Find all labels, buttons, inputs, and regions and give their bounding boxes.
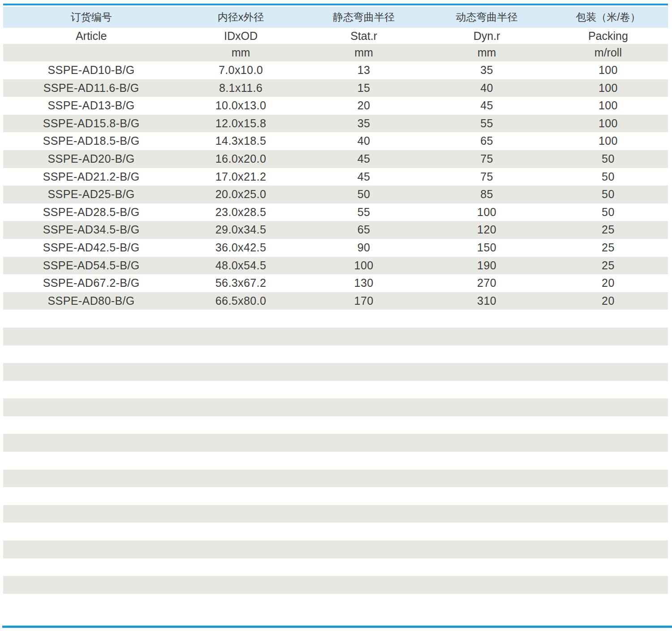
- cell-idxod: 14.3x18.5: [179, 132, 302, 150]
- cell-stat_r: 15: [302, 79, 426, 97]
- cell-dyn_r: 75: [425, 168, 548, 186]
- table-header-row-en: ArticleIDxODStat.rDyn.rPacking: [3, 28, 668, 44]
- cell-dyn_r: 40: [425, 79, 548, 97]
- cell-dyn_r: 85: [425, 186, 548, 203]
- cell-idxod: 36.0x42.5: [179, 239, 302, 257]
- cell-article: SSPE-AD54.5-B/G: [3, 257, 179, 275]
- cell-packing: 100: [548, 132, 668, 150]
- cell-article: SSPE-AD11.6-B/G: [3, 79, 179, 97]
- cell-stat_r: 50: [302, 186, 426, 203]
- empty-row: [3, 452, 668, 470]
- cell-article: SSPE-AD18.5-B/G: [3, 132, 179, 150]
- empty-row: [3, 505, 668, 523]
- cell-idxod: 29.0x34.5: [179, 221, 302, 239]
- header-article-en: Article: [3, 28, 179, 44]
- cell-idxod: 66.5x80.0: [179, 292, 302, 310]
- cell-idxod: 56.3x67.2: [179, 274, 302, 292]
- empty-row: [3, 558, 668, 576]
- header-article-zh: 订货编号: [3, 7, 179, 28]
- empty-row: [3, 487, 668, 505]
- cell-stat_r: 45: [302, 168, 426, 186]
- empty-row: [3, 398, 668, 416]
- table-row: SSPE-AD15.8-B/G12.0x15.83555100: [3, 115, 668, 133]
- cell-article: SSPE-AD67.2-B/G: [3, 274, 179, 292]
- cell-article: SSPE-AD25-B/G: [3, 186, 179, 203]
- cell-idxod: 7.0x10.0: [179, 61, 302, 79]
- cell-dyn_r: 45: [425, 97, 548, 115]
- cell-article: SSPE-AD10-B/G: [3, 61, 179, 79]
- cell-idxod: 48.0x54.5: [179, 257, 302, 275]
- cell-dyn_r: 190: [425, 257, 548, 275]
- empty-row: [3, 328, 668, 346]
- table-row: SSPE-AD11.6-B/G8.1x11.61540100: [3, 79, 668, 97]
- cell-article: SSPE-AD20-B/G: [3, 150, 179, 168]
- header-idxod-en: IDxOD: [179, 28, 302, 44]
- table-row: SSPE-AD34.5-B/G29.0x34.56512025: [3, 221, 668, 239]
- empty-row: [3, 310, 668, 328]
- empty-row: [3, 523, 668, 540]
- cell-packing: 50: [548, 186, 668, 203]
- empty-row: [3, 540, 668, 558]
- cell-stat_r: 20: [302, 97, 426, 115]
- cell-dyn_r: 120: [425, 221, 548, 239]
- table-row: SSPE-AD80-B/G66.5x80.017031020: [3, 292, 668, 310]
- cell-dyn_r: 100: [425, 203, 548, 221]
- header-idxod-zh: 内径x外径: [179, 7, 302, 28]
- header-stat_r-zh: 静态弯曲半径: [302, 7, 426, 28]
- cell-idxod: 10.0x13.0: [179, 97, 302, 115]
- cell-packing: 20: [548, 292, 668, 310]
- cell-stat_r: 40: [302, 132, 426, 150]
- header-article-unit: [3, 44, 179, 61]
- cell-packing: 50: [548, 168, 668, 186]
- cell-dyn_r: 35: [425, 61, 548, 79]
- header-dyn_r-zh: 动态弯曲半径: [425, 7, 548, 28]
- cell-packing: 100: [548, 97, 668, 115]
- table-row: SSPE-AD54.5-B/G48.0x54.510019025: [3, 257, 668, 275]
- cell-dyn_r: 270: [425, 274, 548, 292]
- empty-row: [3, 470, 668, 488]
- cell-article: SSPE-AD15.8-B/G: [3, 115, 179, 133]
- table-row: SSPE-AD13-B/G10.0x13.02045100: [3, 97, 668, 115]
- cell-packing: 25: [548, 257, 668, 275]
- table-row: SSPE-AD42.5-B/G36.0x42.59015025: [3, 239, 668, 257]
- cell-dyn_r: 65: [425, 132, 548, 150]
- table-header-row-units: mmmmmmm/roll: [3, 44, 668, 61]
- empty-row: [3, 381, 668, 399]
- cell-packing: 100: [548, 115, 668, 133]
- cell-packing: 20: [548, 274, 668, 292]
- cell-stat_r: 100: [302, 257, 426, 275]
- table-header-row-zh: 订货编号内径x外径静态弯曲半径动态弯曲半径包装（米/卷）: [3, 7, 668, 28]
- cell-dyn_r: 55: [425, 115, 548, 133]
- header-packing-en: Packing: [548, 28, 668, 44]
- cell-dyn_r: 150: [425, 239, 548, 257]
- cell-packing: 25: [548, 221, 668, 239]
- cell-dyn_r: 310: [425, 292, 548, 310]
- table-body: SSPE-AD10-B/G7.0x10.01335100SSPE-AD11.6-…: [3, 61, 668, 594]
- catalog-page: 订货编号内径x外径静态弯曲半径动态弯曲半径包装（米/卷） ArticleIDxO…: [0, 0, 672, 631]
- cell-stat_r: 55: [302, 203, 426, 221]
- empty-row: [3, 434, 668, 452]
- top-accent-line: [3, 4, 668, 5]
- table-row: SSPE-AD18.5-B/G14.3x18.54065100: [3, 132, 668, 150]
- cell-stat_r: 35: [302, 115, 426, 133]
- cell-article: SSPE-AD13-B/G: [3, 97, 179, 115]
- cell-packing: 100: [548, 61, 668, 79]
- cell-article: SSPE-AD34.5-B/G: [3, 221, 179, 239]
- cell-packing: 50: [548, 203, 668, 221]
- table-row: SSPE-AD21.2-B/G17.0x21.2457550: [3, 168, 668, 186]
- header-idxod-unit: mm: [179, 44, 302, 61]
- spec-table: 订货编号内径x外径静态弯曲半径动态弯曲半径包装（米/卷） ArticleIDxO…: [3, 7, 668, 594]
- cell-idxod: 17.0x21.2: [179, 168, 302, 186]
- empty-row: [3, 576, 668, 594]
- empty-row: [3, 346, 668, 363]
- cell-idxod: 20.0x25.0: [179, 186, 302, 203]
- cell-stat_r: 130: [302, 274, 426, 292]
- header-packing-zh: 包装（米/卷）: [548, 7, 668, 28]
- cell-stat_r: 13: [302, 61, 426, 79]
- header-stat_r-unit: mm: [302, 44, 426, 61]
- cell-article: SSPE-AD21.2-B/G: [3, 168, 179, 186]
- header-stat_r-en: Stat.r: [302, 28, 426, 44]
- cell-article: SSPE-AD42.5-B/G: [3, 239, 179, 257]
- cell-packing: 25: [548, 239, 668, 257]
- header-dyn_r-en: Dyn.r: [425, 28, 548, 44]
